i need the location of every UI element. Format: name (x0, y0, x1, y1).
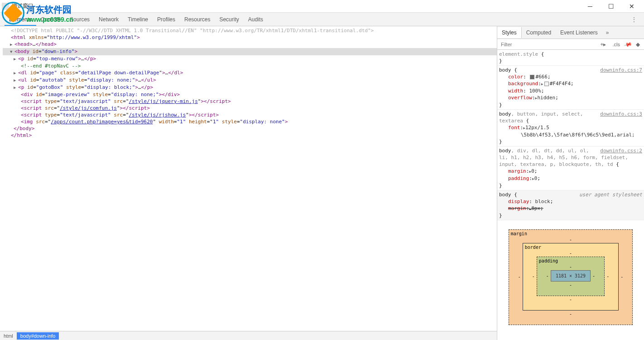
cls-toggle[interactable]: .cls (610, 42, 623, 47)
tab-profiles[interactable]: Profiles (153, 14, 180, 25)
expand-arrow-icon[interactable] (14, 77, 18, 84)
script-src-link[interactable]: /style/js/jquery-min.js (129, 98, 197, 104)
window-title: 调试窗口 (12, 2, 34, 10)
collapse-arrow-icon[interactable] (10, 49, 14, 55)
script-src-link[interactable]: /style/js/comfun.js (60, 105, 117, 111)
devtools-tabbar: Elements Console Sources Network Timelin… (0, 13, 644, 26)
tab-resources[interactable]: Resources (180, 14, 215, 25)
tab-elements[interactable]: Elements (5, 14, 36, 25)
tab-security[interactable]: Security (215, 14, 243, 25)
diamond-icon[interactable]: ◆ (634, 41, 642, 48)
close-button[interactable]: ✕ (621, 0, 642, 13)
expand-arrow-icon[interactable] (14, 56, 18, 63)
pin-icon[interactable]: 📌 (622, 41, 634, 48)
app-icon (2, 3, 9, 10)
img-src-link[interactable]: /apps/count.php?image=yes&tid=9620 (51, 119, 153, 125)
tab-console[interactable]: Console (36, 14, 65, 25)
style-rule-ua: user agent stylesheet body { display: bl… (497, 190, 644, 220)
source-link[interactable]: downinfo.css:7 (600, 67, 642, 73)
tab-sources[interactable]: Sources (65, 14, 94, 25)
source-link[interactable]: downinfo.css:2 (600, 147, 642, 154)
box-model-metrics: margin - - border - - padding - (497, 220, 644, 334)
style-rule: downinfo.css:2 body, div, dl, dt, dd, ul… (497, 146, 644, 190)
breadcrumbs: html body#down-info (0, 331, 497, 340)
color-swatch[interactable] (530, 75, 534, 79)
source-link[interactable]: downinfo.css:3 (600, 111, 642, 117)
dom-tree[interactable]: <!DOCTYPE html PUBLIC "-//W3C//DTD XHTML… (0, 26, 497, 331)
styles-tab-computed[interactable]: Computed (522, 27, 556, 38)
ua-stylesheet-label: user agent stylesheet (579, 191, 642, 198)
maximize-button[interactable]: ☐ (601, 0, 621, 13)
metrics-content: 1181 × 3129 (551, 270, 591, 282)
script-src-link[interactable]: /style/js/rjshow.js (129, 112, 186, 118)
filter-input[interactable] (499, 41, 598, 48)
breadcrumb-body[interactable]: body#down-info (17, 332, 59, 340)
style-rule: downinfo.css:3 body, button, input, sele… (497, 110, 644, 146)
doctype-node: <!DOCTYPE html PUBLIC "-//W3C//DTD XHTML… (11, 28, 374, 34)
selected-node: <body id="down-info"> (3, 48, 497, 55)
settings-icon[interactable]: ⋮ (628, 15, 640, 24)
style-rule: element.style { } (497, 50, 644, 66)
tab-network[interactable]: Network (94, 14, 123, 25)
styles-tab-event[interactable]: Event Listeners (556, 27, 602, 38)
minimize-button[interactable]: ─ (580, 0, 601, 13)
add-style-icon[interactable]: +▸ (598, 41, 608, 48)
expand-arrow-icon[interactable] (14, 70, 18, 77)
more-tabs-icon[interactable]: » (602, 28, 613, 38)
styles-tab-styles[interactable]: Styles (497, 27, 522, 38)
tab-audits[interactable]: Audits (244, 14, 268, 25)
expand-arrow-icon[interactable] (10, 41, 14, 48)
color-swatch[interactable] (544, 82, 549, 86)
styles-tabbar: Styles Computed Event Listeners » (497, 26, 644, 39)
style-rule: downinfo.css:7 body { color: #666; backg… (497, 66, 644, 110)
titlebar: 调试窗口 ─ ☐ ✕ (0, 0, 644, 13)
expand-arrow-icon[interactable] (14, 84, 18, 91)
tab-timeline[interactable]: Timeline (123, 14, 153, 25)
breadcrumb-html[interactable]: html (0, 332, 17, 340)
comment-node: <!--end #topNavC --> (21, 63, 81, 69)
